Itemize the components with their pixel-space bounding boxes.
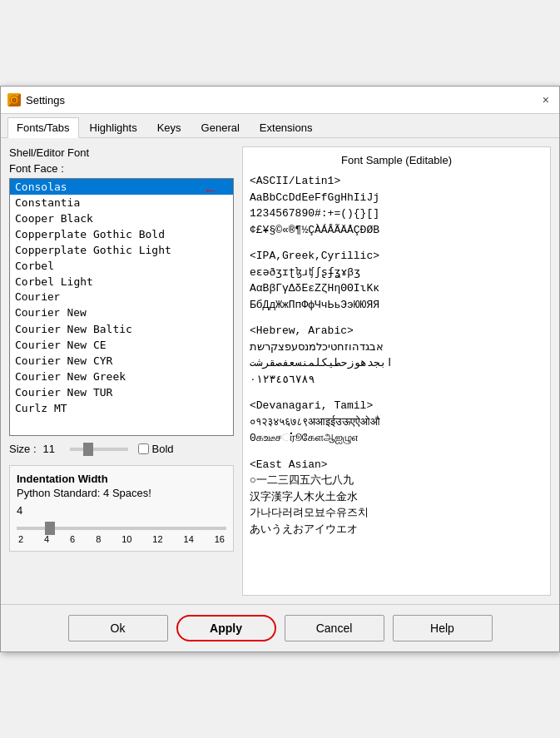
- font-sample-block: <ASCII/Latin1>AaBbCcDdEeFfGgHhIiJj123456…: [250, 173, 543, 238]
- font-list-item[interactable]: Courier New: [10, 305, 233, 321]
- tab-keys[interactable]: Keys: [148, 117, 191, 137]
- indent-tick: 8: [96, 534, 101, 544]
- font-sample-line: eɛəðʒɪʈɮɹʧʃʂʄʓɤβʒ: [250, 265, 543, 281]
- font-list-item[interactable]: Corbel Light: [10, 274, 233, 290]
- size-row: Size : 11 Bold: [9, 443, 234, 455]
- font-sample-line: ○一二三四五六七八九: [250, 473, 543, 489]
- font-sample-line: ٠١٢٣٤٥٦٧٨٩: [250, 372, 543, 389]
- font-sample-block: <IPA,Greek,Cyrillic>eɛəðʒɪʈɮɹʧʃʂʄʓɤβʒAαΒ…: [250, 248, 543, 313]
- indent-tick: 14: [184, 534, 194, 544]
- indent-tick: 6: [70, 534, 75, 544]
- apply-button[interactable]: Apply: [176, 615, 276, 641]
- font-list-container: ConsolasConstantiaCooper BlackCopperplat…: [9, 178, 234, 436]
- font-sample-block: <East Asian>○一二三四五六七八九汉字漢字人木火土金水가나다러려모뵤수…: [250, 457, 543, 538]
- ok-button[interactable]: Ok: [68, 615, 168, 641]
- indent-tick: 12: [152, 534, 162, 544]
- font-sample-label: <Hebrew, Arabic>: [250, 323, 543, 339]
- font-list-item[interactable]: Courier: [10, 290, 233, 305]
- content-area: Shell/Editor Font Font Face : ConsolasCo…: [1, 138, 559, 604]
- font-sample-block: <Devanagari, Tamil>०१२३४५६७८९अआइईउऊएऐओऔ0…: [250, 398, 543, 447]
- tab-extensions[interactable]: Extensions: [250, 117, 322, 137]
- font-list-item[interactable]: Constantia: [10, 195, 233, 211]
- font-sample-line: 0கஉடீசர்ூகேளஆஐழுஎ: [250, 430, 543, 447]
- font-list-item[interactable]: Cooper Black: [10, 211, 233, 226]
- font-sample-label: <Devanagari, Tamil>: [250, 398, 543, 414]
- font-sample-label: <IPA,Greek,Cyrillic>: [250, 248, 543, 265]
- right-panel-title: Font Sample (Editable): [250, 154, 543, 166]
- font-sample-line: あいうえおアイウエオ: [250, 522, 543, 538]
- settings-window: ⚙ Settings × Fonts/Tabs Highlights Keys …: [0, 86, 560, 652]
- font-sample-line: AαΒβΓγΔδΕεΖζΗηΘΘΙιΚκ: [250, 280, 543, 297]
- font-list-item[interactable]: Courier New CE: [10, 337, 233, 353]
- tab-fonts-tabs[interactable]: Fonts/Tabs: [7, 117, 79, 138]
- font-sample-line: 1234567890#:+=(){}[]: [250, 206, 543, 222]
- cancel-button[interactable]: Cancel: [285, 615, 384, 641]
- app-icon: ⚙: [7, 93, 21, 106]
- font-list-item[interactable]: Corbel: [10, 258, 233, 274]
- font-sample-line: ०१२३४५६७८९अआइईउऊएऐओऔ: [250, 414, 543, 431]
- python-standard: Python Standard: 4 Spaces!: [17, 487, 226, 499]
- window-title: Settings: [26, 94, 65, 106]
- font-sample-line: ¢£¥§©«®¶½ÇÀÁÂÃÄÅÇÐØB: [250, 222, 543, 239]
- font-list[interactable]: ConsolasConstantiaCooper BlackCopperplat…: [10, 179, 233, 435]
- indent-title: Indentation Width: [17, 473, 226, 485]
- font-sample-line: БбДдЖжПпФфЧчЬьЭэЮЮЯЯ: [250, 297, 543, 314]
- indent-tick: 10: [121, 534, 131, 544]
- font-list-item[interactable]: Courier New TUR: [10, 384, 233, 400]
- font-sample-line: 가나다러려모뵤수유즈치: [250, 505, 543, 522]
- close-button[interactable]: ×: [539, 92, 553, 108]
- font-sample-block: <Hebrew, Arabic>אבגדהוזחטיכלמנסעפצקרשתاب…: [250, 323, 543, 388]
- title-bar: ⚙ Settings ×: [1, 87, 559, 114]
- indentation-section: Indentation Width Python Standard: 4 Spa…: [9, 465, 234, 552]
- svg-text:⚙: ⚙: [12, 97, 17, 103]
- font-sample-line: אבגדהוזחטיכלמנסעפצקרשת: [250, 339, 543, 356]
- title-bar-left: ⚙ Settings: [7, 93, 65, 106]
- tab-general[interactable]: General: [192, 117, 249, 137]
- bold-checkbox-row: Bold: [138, 443, 174, 455]
- indent-ticks: 246810121416: [17, 534, 226, 544]
- indent-tick: 4: [44, 534, 49, 544]
- font-list-item[interactable]: Consolas: [10, 179, 233, 195]
- bottom-bar: Ok Apply Cancel Help: [1, 604, 559, 651]
- tab-highlights[interactable]: Highlights: [81, 117, 146, 137]
- indent-slider[interactable]: [17, 527, 226, 530]
- font-sample-label: <East Asian>: [250, 457, 543, 473]
- font-sample-label: <ASCII/Latin1>: [250, 173, 543, 190]
- tabs-bar: Fonts/Tabs Highlights Keys General Exten…: [1, 114, 559, 138]
- size-value: 11: [43, 443, 63, 455]
- indent-tick: 2: [18, 534, 23, 544]
- font-samples: <ASCII/Latin1>AaBbCcDdEeFfGgHhIiJj123456…: [250, 173, 543, 537]
- right-panel[interactable]: Font Sample (Editable) <ASCII/Latin1>AaB…: [242, 146, 551, 596]
- indent-value: 4: [17, 504, 226, 517]
- font-sample-line: 汉字漢字人木火土金水: [250, 489, 543, 506]
- font-list-item[interactable]: Curlz MT: [10, 400, 233, 416]
- section-label: Shell/Editor Font: [9, 146, 234, 159]
- indent-tick: 16: [215, 534, 225, 544]
- indent-slider-container: 246810121416: [17, 520, 226, 544]
- size-label: Size :: [9, 443, 37, 455]
- font-sample-line: ابجدهوزحطيكلمنسعفصقرشت: [250, 355, 543, 372]
- font-list-item[interactable]: Courier New CYR: [10, 353, 233, 369]
- font-list-item[interactable]: Courier New Baltic: [10, 321, 233, 337]
- size-slider[interactable]: [70, 448, 128, 451]
- font-sample-line: AaBbCcDdEeFfGgHhIiJj: [250, 190, 543, 206]
- bold-checkbox[interactable]: [138, 443, 149, 454]
- font-list-item[interactable]: Copperplate Gothic Light: [10, 242, 233, 258]
- font-list-item[interactable]: Courier New Greek: [10, 369, 233, 384]
- left-panel: Shell/Editor Font Font Face : ConsolasCo…: [9, 146, 234, 596]
- font-face-label: Font Face :: [9, 162, 234, 175]
- bold-label: Bold: [152, 443, 174, 455]
- font-list-item[interactable]: Copperplate Gothic Bold: [10, 226, 233, 242]
- help-button[interactable]: Help: [393, 615, 493, 641]
